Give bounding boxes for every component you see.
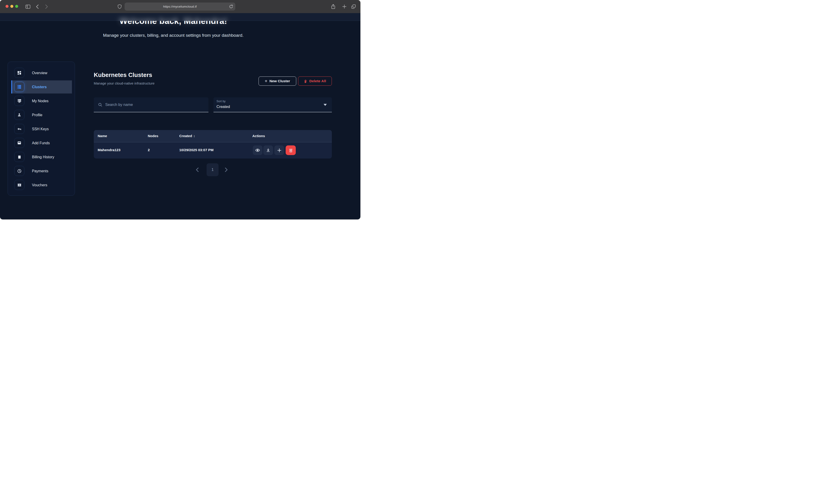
trash-icon: [289, 148, 293, 153]
sidebar-item-overview[interactable]: Overview: [8, 66, 75, 80]
plus-icon: +: [265, 79, 267, 84]
cell-node-count: 2: [148, 148, 150, 152]
page-content: Welcome back, Mahendra! Manage your clus…: [0, 13, 360, 219]
sidebar-item-add-funds[interactable]: Add Funds: [8, 136, 75, 150]
node-server-icon: [14, 96, 24, 106]
new-cluster-button[interactable]: + New Cluster: [258, 77, 296, 86]
receipt-icon: [14, 152, 24, 162]
plus-icon: [277, 148, 282, 153]
sidebar-item-my-nodes[interactable]: My Nodes: [8, 94, 75, 108]
next-page-icon[interactable]: [225, 167, 228, 173]
page-title: Kubernetes Clusters: [94, 72, 152, 79]
sort-select[interactable]: Sort by Created: [213, 97, 332, 112]
download-icon: [266, 148, 271, 153]
search-icon: [98, 102, 102, 107]
server-stack-icon: [14, 82, 24, 92]
sidebar-item-billing-history[interactable]: Billing History: [8, 150, 75, 164]
ticket-percent-icon: [14, 180, 24, 190]
wallet-icon: [14, 138, 24, 148]
sort-value: Created: [216, 104, 230, 109]
sidebar-item-ssh-keys[interactable]: SSH Keys: [8, 122, 75, 136]
sidebar-item-clusters[interactable]: Clusters: [8, 80, 75, 94]
url-text: https://myceliumcloud.tf: [163, 5, 197, 8]
new-tab-icon[interactable]: [340, 0, 348, 13]
sidebar-item-vouchers[interactable]: Vouchers: [8, 178, 75, 192]
chevron-down-icon: [324, 104, 327, 106]
clusters-table: Name Nodes Created↕ Actions Mahendra123 …: [94, 130, 332, 159]
cell-created-date: 10/29/2025 03:07 PM: [179, 148, 213, 152]
page-subtitle: Manage your cloud-native infrastructure: [94, 81, 155, 85]
trash-icon: [304, 79, 307, 83]
minimize-window-button[interactable]: [10, 5, 13, 8]
download-kubeconfig-button[interactable]: [263, 145, 273, 155]
sort-arrows-icon: ↕: [194, 134, 195, 138]
add-node-button[interactable]: [275, 145, 284, 155]
clock-icon: [14, 166, 24, 176]
sidebar-toggle-icon[interactable]: [24, 0, 32, 13]
reload-icon[interactable]: [229, 4, 233, 10]
browser-window: https://myceliumcloud.tf Wel: [0, 0, 360, 219]
key-icon: [14, 124, 24, 134]
cell-cluster-name: Mahendra123: [98, 148, 120, 152]
sticky-blur-bar: [0, 13, 360, 21]
delete-cluster-button[interactable]: [286, 145, 296, 155]
delete-all-button[interactable]: Delete All: [298, 77, 332, 86]
column-header-actions: Actions: [252, 134, 265, 138]
search-input-container: [94, 97, 208, 112]
person-icon: [14, 110, 24, 120]
view-cluster-button[interactable]: [253, 145, 262, 155]
browser-toolbar: https://myceliumcloud.tf: [0, 0, 360, 13]
zoom-window-button[interactable]: [15, 5, 18, 8]
forward-icon[interactable]: [43, 0, 50, 13]
share-icon[interactable]: [329, 0, 337, 13]
previous-page-icon[interactable]: [196, 167, 199, 173]
welcome-subtitle: Manage your clusters, billing, and accou…: [0, 33, 346, 38]
column-header-name: Name: [98, 134, 107, 138]
tabs-icon[interactable]: [349, 0, 358, 13]
address-bar[interactable]: https://myceliumcloud.tf: [125, 3, 235, 10]
eye-icon: [255, 148, 260, 153]
page-number-button[interactable]: 1: [207, 163, 218, 176]
dashboard-icon: [14, 68, 24, 78]
sidebar-item-payments[interactable]: Payments: [8, 164, 75, 178]
column-header-created[interactable]: Created↕: [179, 134, 195, 138]
shield-icon[interactable]: [116, 0, 123, 13]
close-window-button[interactable]: [5, 5, 8, 8]
window-controls: [5, 5, 18, 8]
sidebar-item-profile[interactable]: Profile: [8, 108, 75, 122]
search-input[interactable]: [105, 102, 202, 107]
back-icon[interactable]: [34, 0, 40, 13]
table-header: Name Nodes Created↕ Actions: [94, 130, 332, 142]
table-row: Mahendra123 2 10/29/2025 03:07 PM: [94, 142, 332, 158]
column-header-nodes: Nodes: [148, 134, 158, 138]
sidebar: Overview Clusters My Nodes: [8, 61, 75, 196]
sort-by-label: Sort by: [216, 100, 226, 103]
